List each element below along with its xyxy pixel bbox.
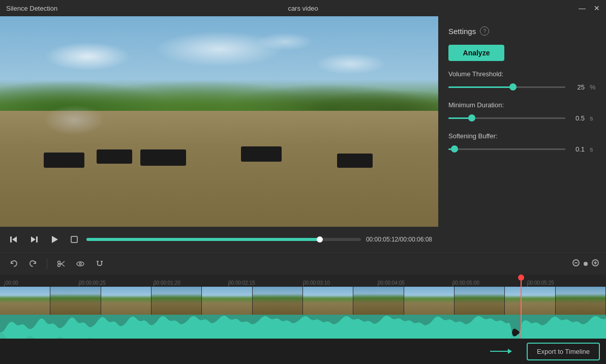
settings-title: Settings: [448, 27, 476, 36]
softening-buffer-value: 0.1: [570, 145, 585, 153]
timeline-ruler: :00:00 00:00:00:25 00:00:01:20 00:00:02:…: [0, 275, 606, 287]
svg-marker-4: [52, 236, 58, 243]
ruler-mark-5: 00:00:04:05: [378, 280, 452, 287]
eye-button[interactable]: [73, 257, 88, 270]
slider-thumb[interactable]: [451, 145, 458, 153]
slider-track: [448, 86, 565, 88]
softening-buffer-slider-row: 0.1 s: [448, 144, 596, 154]
svg-point-7: [58, 264, 60, 266]
thumbnail-2: [101, 287, 152, 315]
progress-thumb[interactable]: [317, 236, 323, 242]
thumbnail-10: [505, 287, 555, 315]
help-icon[interactable]: ?: [480, 26, 489, 36]
svg-point-11: [79, 263, 81, 265]
ruler-mark-0: :00:00: [4, 280, 79, 287]
volume-threshold-value: 25: [570, 83, 585, 91]
minimum-duration-slider[interactable]: [448, 113, 565, 123]
ruler-mark-2: 00:00:01:20: [154, 280, 228, 287]
thumbnails-strip: [0, 287, 606, 315]
ruler-mark-7: 00:00:05:25: [527, 280, 602, 287]
thumbnail-5: [253, 287, 303, 315]
main-area: 00:00:05:12/00:00:06:08 Settings ? Analy…: [0, 16, 606, 252]
thumbnail-1: [50, 287, 101, 315]
slider-thumb[interactable]: [509, 83, 517, 90]
redo-button[interactable]: [25, 257, 41, 270]
waveform-container: [0, 315, 606, 339]
arrow-line: [490, 351, 508, 352]
scissors-button[interactable]: [53, 257, 69, 270]
minimum-duration-label: Minimum Duration:: [448, 101, 596, 109]
zoom-indicator: [584, 262, 588, 266]
volume-threshold-slider-row: 25 %: [448, 82, 596, 92]
thumbnail-8: [404, 287, 454, 315]
tire-stack-3: [140, 149, 186, 166]
toolbar-separator-1: [47, 259, 47, 269]
svg-rect-5: [71, 236, 77, 242]
ruler-marks: :00:00 00:00:00:25 00:00:01:20 00:00:02:…: [4, 280, 602, 287]
settings-header: Settings ?: [448, 26, 596, 36]
bottom-timeline-area: :00:00 00:00:00:25 00:00:01:20 00:00:02:…: [0, 252, 606, 364]
zoom-out-button[interactable]: [571, 258, 581, 269]
ruler-mark-4: 00:00:03:10: [303, 280, 378, 287]
minimum-duration-setting: Minimum Duration: 0.5 s: [448, 101, 596, 123]
volume-threshold-unit: %: [590, 83, 596, 91]
video-background: [0, 16, 438, 227]
thumbnail-6: [303, 287, 353, 315]
waveform-svg: [0, 315, 606, 339]
progress-bar[interactable]: [86, 238, 361, 241]
timeline-content: :00:00 00:00:00:25 00:00:01:20 00:00:02:…: [0, 275, 606, 339]
export-area: Export to Timeline: [0, 339, 606, 364]
tire-stack-5: [337, 154, 373, 168]
slider-track: [448, 117, 565, 119]
minimum-duration-slider-row: 0.5 s: [448, 113, 596, 123]
settings-panel: Settings ? Analyze Volume Threshold: 25 …: [438, 16, 606, 252]
magnet-button[interactable]: [92, 257, 107, 270]
close-button[interactable]: ✕: [594, 5, 600, 12]
minimize-button[interactable]: —: [579, 5, 586, 12]
export-to-timeline-button[interactable]: Export to Timeline: [527, 343, 600, 360]
file-title: cars video: [288, 5, 318, 12]
softening-buffer-unit: s: [590, 145, 596, 153]
softening-buffer-slider[interactable]: [448, 144, 565, 154]
volume-threshold-label: Volume Threshold:: [448, 70, 596, 78]
svg-point-10: [77, 262, 84, 266]
svg-marker-1: [12, 236, 17, 242]
tire-stack-4: [241, 146, 282, 162]
video-controls-bar: 00:00:05:12/00:00:06:08: [0, 227, 438, 252]
progress-fill: [86, 238, 320, 241]
slider-fill: [448, 86, 513, 88]
volume-threshold-slider[interactable]: [448, 82, 565, 92]
ruler-mark-3: 00:00:02:15: [228, 280, 303, 287]
play-button[interactable]: [47, 233, 62, 246]
zoom-in-button[interactable]: [591, 258, 600, 269]
titlebar: Silence Detection cars video — ✕: [0, 0, 606, 16]
step-forward-button[interactable]: [26, 233, 42, 246]
thumbnail-4: [202, 287, 252, 315]
arrow-head: [508, 349, 512, 354]
svg-rect-2: [36, 236, 38, 242]
tire-stack-1: [44, 153, 84, 168]
thumbnail-7: [353, 287, 404, 315]
window-controls: — ✕: [579, 5, 600, 12]
undo-button[interactable]: [6, 257, 21, 270]
softening-buffer-label: Softening Buffer:: [448, 132, 596, 140]
analyze-button[interactable]: Analyze: [448, 45, 504, 61]
zoom-controls: [571, 258, 600, 269]
stop-button[interactable]: [67, 233, 81, 246]
tire-stack-2: [97, 149, 132, 164]
step-back-button[interactable]: [6, 233, 21, 246]
app-title: Silence Detection: [6, 5, 57, 12]
thumbnail-0: [0, 287, 50, 315]
slider-thumb[interactable]: [468, 114, 475, 122]
video-display: [0, 16, 438, 227]
smoke-effect: [44, 105, 105, 135]
export-arrow: [490, 349, 512, 354]
minimum-duration-unit: s: [590, 114, 596, 122]
svg-point-6: [58, 261, 60, 263]
thumbnail-11: [556, 287, 606, 315]
softening-buffer-setting: Softening Buffer: 0.1 s: [448, 132, 596, 154]
video-panel: 00:00:05:12/00:00:06:08: [0, 16, 438, 252]
svg-marker-3: [31, 236, 36, 242]
time-display: 00:00:05:12/00:00:06:08: [366, 236, 432, 243]
slider-track: [448, 148, 565, 150]
